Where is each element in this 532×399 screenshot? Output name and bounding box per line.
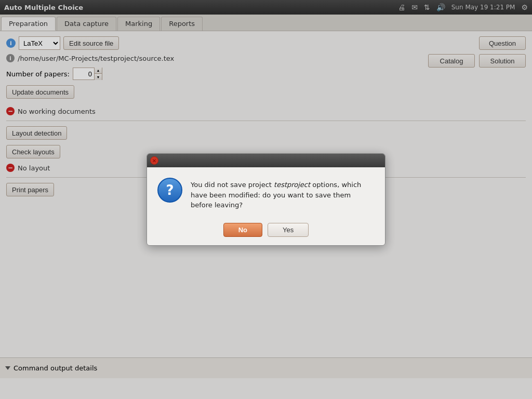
dialog-body: ? You did not save project testproject o…: [147, 167, 385, 219]
dialog-titlebar: ✕: [147, 154, 385, 167]
dialog: ✕ ? You did not save project testproject…: [147, 153, 385, 246]
dialog-project-name: testproject: [274, 181, 310, 189]
dialog-yes-button[interactable]: Yes: [268, 223, 309, 237]
dialog-buttons: No Yes: [147, 219, 385, 245]
dialog-message: You did not save project testproject opt…: [191, 178, 375, 210]
dialog-close-button[interactable]: ✕: [150, 156, 158, 165]
dialog-no-button[interactable]: No: [223, 223, 262, 237]
question-icon: ?: [157, 178, 182, 203]
dialog-overlay: ✕ ? You did not save project testproject…: [0, 0, 532, 399]
dialog-msg-before: You did not save project: [191, 181, 274, 189]
